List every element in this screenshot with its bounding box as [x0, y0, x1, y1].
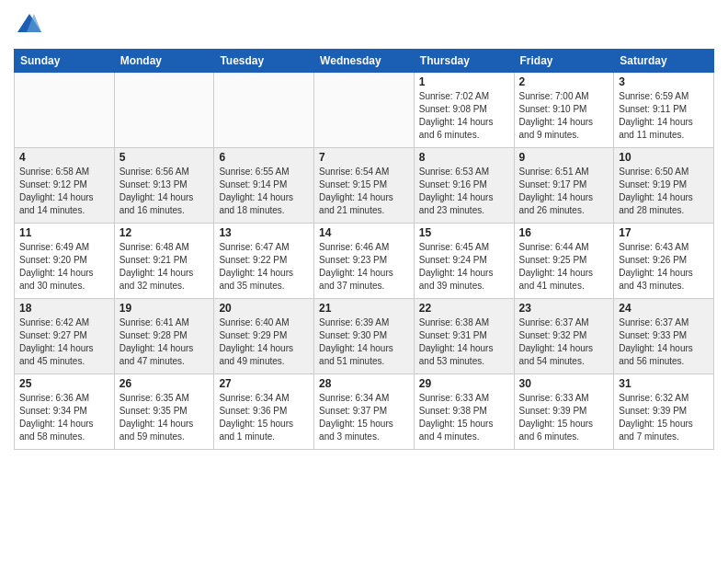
- day-number: 31: [619, 377, 709, 390]
- day-info: Sunrise: 6:34 AMSunset: 9:37 PMDaylight:…: [319, 392, 409, 443]
- day-info: Sunrise: 6:34 AMSunset: 9:36 PMDaylight:…: [219, 392, 309, 443]
- day-info: Sunrise: 6:33 AMSunset: 9:38 PMDaylight:…: [419, 392, 509, 443]
- day-info: Sunrise: 6:33 AMSunset: 9:39 PMDaylight:…: [519, 392, 609, 443]
- day-number: 1: [419, 75, 509, 88]
- calendar-cell: 9Sunrise: 6:51 AMSunset: 9:17 PMDaylight…: [514, 147, 614, 223]
- calendar-cell: [214, 72, 314, 147]
- day-number: 16: [519, 226, 609, 239]
- day-info: Sunrise: 6:54 AMSunset: 9:15 PMDaylight:…: [319, 166, 409, 217]
- calendar-cell: 12Sunrise: 6:48 AMSunset: 9:21 PMDayligh…: [114, 223, 214, 298]
- calendar-header-friday: Friday: [514, 49, 614, 72]
- calendar-cell: [15, 72, 115, 147]
- day-info: Sunrise: 7:00 AMSunset: 9:10 PMDaylight:…: [519, 90, 609, 142]
- day-info: Sunrise: 6:43 AMSunset: 9:26 PMDaylight:…: [619, 241, 709, 293]
- day-info: Sunrise: 6:37 AMSunset: 9:32 PMDaylight:…: [519, 316, 609, 368]
- calendar-header-monday: Monday: [114, 49, 214, 72]
- page: SundayMondayTuesdayWednesdayThursdayFrid…: [0, 0, 728, 563]
- day-info: Sunrise: 6:53 AMSunset: 9:16 PMDaylight:…: [419, 166, 509, 217]
- calendar-cell: 22Sunrise: 6:38 AMSunset: 9:31 PMDayligh…: [414, 298, 514, 373]
- calendar-cell: 4Sunrise: 6:58 AMSunset: 9:12 PMDaylight…: [15, 147, 115, 223]
- calendar-cell: 15Sunrise: 6:45 AMSunset: 9:24 PMDayligh…: [414, 223, 514, 298]
- day-info: Sunrise: 6:44 AMSunset: 9:25 PMDaylight:…: [519, 241, 609, 293]
- calendar-week-1: 1Sunrise: 7:02 AMSunset: 9:08 PMDaylight…: [15, 72, 714, 147]
- day-number: 24: [619, 302, 709, 315]
- calendar-week-2: 4Sunrise: 6:58 AMSunset: 9:12 PMDaylight…: [15, 147, 714, 223]
- day-number: 14: [319, 226, 409, 239]
- day-number: 17: [619, 226, 709, 239]
- day-number: 26: [119, 377, 210, 390]
- day-number: 12: [119, 226, 210, 239]
- calendar-cell: 16Sunrise: 6:44 AMSunset: 9:25 PMDayligh…: [514, 223, 614, 298]
- calendar-cell: 7Sunrise: 6:54 AMSunset: 9:15 PMDaylight…: [314, 147, 415, 223]
- day-number: 10: [619, 151, 709, 164]
- day-info: Sunrise: 6:35 AMSunset: 9:35 PMDaylight:…: [119, 392, 210, 443]
- day-number: 15: [419, 226, 509, 239]
- calendar-header-thursday: Thursday: [414, 49, 514, 72]
- calendar-cell: 6Sunrise: 6:55 AMSunset: 9:14 PMDaylight…: [214, 147, 314, 223]
- calendar-cell: 27Sunrise: 6:34 AMSunset: 9:36 PMDayligh…: [214, 373, 314, 449]
- day-info: Sunrise: 6:59 AMSunset: 9:11 PMDaylight:…: [619, 90, 709, 142]
- day-info: Sunrise: 6:38 AMSunset: 9:31 PMDaylight:…: [419, 316, 509, 368]
- day-number: 19: [119, 302, 210, 315]
- calendar-cell: 23Sunrise: 6:37 AMSunset: 9:32 PMDayligh…: [514, 298, 614, 373]
- day-info: Sunrise: 6:42 AMSunset: 9:27 PMDaylight:…: [19, 316, 109, 368]
- calendar-table: SundayMondayTuesdayWednesdayThursdayFrid…: [14, 49, 714, 450]
- day-number: 2: [519, 75, 609, 88]
- day-number: 23: [519, 302, 609, 315]
- day-number: 28: [319, 377, 409, 390]
- day-info: Sunrise: 6:49 AMSunset: 9:20 PMDaylight:…: [19, 241, 109, 293]
- day-info: Sunrise: 6:50 AMSunset: 9:19 PMDaylight:…: [619, 166, 709, 217]
- day-number: 27: [219, 377, 309, 390]
- day-info: Sunrise: 6:45 AMSunset: 9:24 PMDaylight:…: [419, 241, 509, 293]
- calendar-cell: 2Sunrise: 7:00 AMSunset: 9:10 PMDaylight…: [514, 72, 614, 147]
- day-number: 18: [19, 302, 109, 315]
- day-number: 20: [219, 302, 309, 315]
- calendar-header-wednesday: Wednesday: [314, 49, 415, 72]
- calendar-cell: 30Sunrise: 6:33 AMSunset: 9:39 PMDayligh…: [514, 373, 614, 449]
- day-info: Sunrise: 6:40 AMSunset: 9:29 PMDaylight:…: [219, 316, 309, 368]
- calendar-header-saturday: Saturday: [614, 49, 714, 72]
- calendar-cell: 1Sunrise: 7:02 AMSunset: 9:08 PMDaylight…: [414, 72, 514, 147]
- day-info: Sunrise: 6:47 AMSunset: 9:22 PMDaylight:…: [219, 241, 309, 293]
- day-number: 21: [319, 302, 409, 315]
- day-number: 5: [119, 151, 210, 164]
- calendar-cell: 17Sunrise: 6:43 AMSunset: 9:26 PMDayligh…: [614, 223, 714, 298]
- day-number: 25: [19, 377, 109, 390]
- day-number: 9: [519, 151, 609, 164]
- calendar-cell: 21Sunrise: 6:39 AMSunset: 9:30 PMDayligh…: [314, 298, 415, 373]
- day-info: Sunrise: 6:56 AMSunset: 9:13 PMDaylight:…: [119, 166, 210, 217]
- day-number: 7: [319, 151, 409, 164]
- calendar-cell: 20Sunrise: 6:40 AMSunset: 9:29 PMDayligh…: [214, 298, 314, 373]
- day-info: Sunrise: 6:37 AMSunset: 9:33 PMDaylight:…: [619, 316, 709, 368]
- calendar-week-5: 25Sunrise: 6:36 AMSunset: 9:34 PMDayligh…: [15, 373, 714, 449]
- logo-triangle-icon: [16, 9, 43, 37]
- calendar-cell: 11Sunrise: 6:49 AMSunset: 9:20 PMDayligh…: [15, 223, 115, 298]
- calendar-cell: 3Sunrise: 6:59 AMSunset: 9:11 PMDaylight…: [614, 72, 714, 147]
- day-info: Sunrise: 6:41 AMSunset: 9:28 PMDaylight:…: [119, 316, 210, 368]
- calendar-week-4: 18Sunrise: 6:42 AMSunset: 9:27 PMDayligh…: [15, 298, 714, 373]
- day-number: 4: [19, 151, 109, 164]
- day-number: 3: [619, 75, 709, 88]
- day-info: Sunrise: 6:36 AMSunset: 9:34 PMDaylight:…: [19, 392, 109, 443]
- day-info: Sunrise: 6:55 AMSunset: 9:14 PMDaylight:…: [219, 166, 309, 217]
- header: [14, 9, 714, 41]
- calendar-cell: 5Sunrise: 6:56 AMSunset: 9:13 PMDaylight…: [114, 147, 214, 223]
- calendar-cell: [314, 72, 415, 147]
- day-number: 29: [419, 377, 509, 390]
- calendar-header-row: SundayMondayTuesdayWednesdayThursdayFrid…: [15, 49, 714, 72]
- logo: [14, 9, 43, 41]
- day-info: Sunrise: 6:48 AMSunset: 9:21 PMDaylight:…: [119, 241, 210, 293]
- calendar-cell: 31Sunrise: 6:32 AMSunset: 9:39 PMDayligh…: [614, 373, 714, 449]
- day-number: 11: [19, 226, 109, 239]
- calendar-cell: 18Sunrise: 6:42 AMSunset: 9:27 PMDayligh…: [15, 298, 115, 373]
- day-number: 13: [219, 226, 309, 239]
- day-number: 6: [219, 151, 309, 164]
- day-info: Sunrise: 6:51 AMSunset: 9:17 PMDaylight:…: [519, 166, 609, 217]
- day-info: Sunrise: 7:02 AMSunset: 9:08 PMDaylight:…: [419, 90, 509, 142]
- day-info: Sunrise: 6:32 AMSunset: 9:39 PMDaylight:…: [619, 392, 709, 443]
- calendar-header-sunday: Sunday: [15, 49, 115, 72]
- day-number: 30: [519, 377, 609, 390]
- calendar-cell: 10Sunrise: 6:50 AMSunset: 9:19 PMDayligh…: [614, 147, 714, 223]
- calendar-cell: [114, 72, 214, 147]
- day-number: 22: [419, 302, 509, 315]
